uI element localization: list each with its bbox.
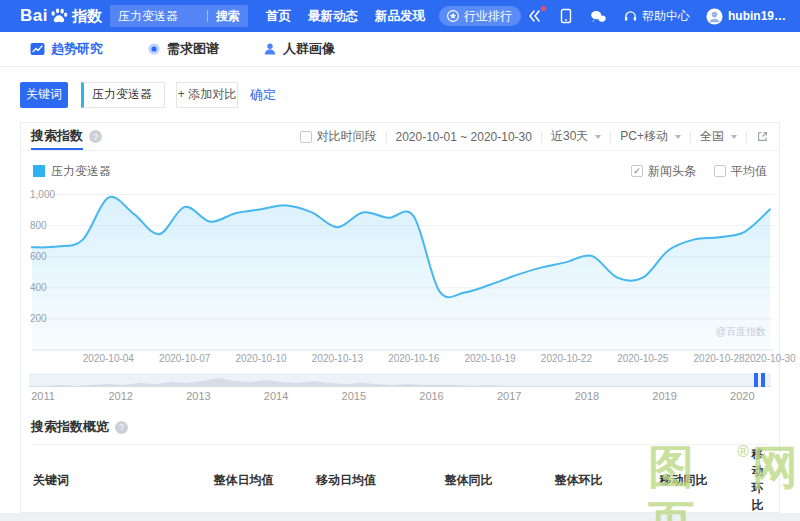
nav-item-discover[interactable]: 新品发现 — [375, 8, 425, 25]
search-index-panel: 搜索指数 ? 对比时间段 2020-10-01 ~ 2020-10-30 近30… — [20, 122, 780, 513]
year-label: 2012 — [108, 390, 132, 402]
baidu-index-logo[interactable]: Bai 指数 — [20, 6, 102, 26]
user-menu[interactable]: hubin19… — [706, 8, 786, 25]
year-label: 2011 — [31, 390, 55, 402]
period-select[interactable]: 近30天 — [551, 128, 601, 145]
baidu-index-watermark: @百度指数 — [716, 325, 766, 339]
radar-target-icon — [147, 42, 161, 56]
industry-ranking-button[interactable]: 行业排行 — [439, 6, 521, 26]
column-header: 整体日均值 — [196, 445, 291, 516]
tab-trend-research[interactable]: 趋势研究 — [30, 40, 103, 58]
handle-bar-right[interactable] — [761, 373, 765, 387]
svg-text:2020-10-25: 2020-10-25 — [617, 353, 669, 364]
header-search-box[interactable]: 压力变送器 搜索 — [110, 5, 248, 27]
svg-text:2020-10-28: 2020-10-28 — [694, 353, 746, 364]
add-compare-button[interactable]: + 添加对比 — [176, 82, 238, 108]
checkbox-icon[interactable] — [714, 165, 726, 177]
svg-text:2020-10-04: 2020-10-04 — [83, 353, 135, 364]
wechat-icon[interactable] — [589, 9, 607, 24]
overview-table: 关键词整体日均值移动日均值整体同比整体环比移动同比移动环比 压力变送器 714 … — [31, 444, 769, 521]
region-select[interactable]: 全国 — [700, 128, 737, 145]
nav-item-home[interactable]: 首页 — [266, 8, 291, 25]
logo-text-bai: Bai — [20, 6, 48, 26]
divider — [386, 131, 387, 143]
tab-label: 趋势研究 — [51, 40, 103, 58]
device-select[interactable]: PC+移动 — [620, 128, 681, 145]
compare-period-label: 对比时间段 — [317, 128, 377, 145]
column-header: 整体同比 — [401, 445, 536, 516]
svg-text:600: 600 — [30, 251, 47, 262]
trend-chart-svg[interactable]: 2004006008001,0002020-10-042020-10-07202… — [24, 187, 776, 365]
svg-text:400: 400 — [30, 282, 47, 293]
column-header: 关键词 — [31, 445, 196, 516]
index-overview-section: 搜索指数概览 ? 关键词整体日均值移动日均值整体同比整体环比移动同比移动环比 压… — [21, 406, 779, 521]
handle-bar-left[interactable] — [754, 373, 758, 387]
tab-label: 需求图谱 — [167, 40, 219, 58]
table-header-row: 关键词整体日均值移动日均值整体同比整体环比移动同比移动环比 — [31, 445, 769, 516]
checkbox-icon[interactable] — [300, 131, 312, 143]
divider — [690, 131, 691, 143]
keyword-bar: 关键词 压力变送器 + 添加对比 确定 — [0, 67, 800, 122]
slider-handle[interactable] — [754, 373, 765, 387]
tab-label: 人群画像 — [283, 40, 335, 58]
time-range-slider[interactable]: 2011201220132014201520162017201820192020 — [29, 373, 771, 406]
nav-item-news[interactable]: 最新动态 — [308, 8, 358, 25]
region-value: 全国 — [700, 128, 724, 145]
column-header: 整体环比 — [536, 445, 621, 516]
header-icons: 帮助中心 hubin19… — [527, 8, 786, 25]
tab-search-index[interactable]: 搜索指数 — [31, 123, 83, 150]
overview-title: 搜索指数概览 — [31, 418, 109, 436]
svg-text:200: 200 — [30, 313, 47, 324]
legend-swatch — [33, 165, 45, 177]
tab-crowd-portrait[interactable]: 人群画像 — [263, 40, 335, 58]
svg-text:2020-10-30: 2020-10-30 — [744, 353, 796, 364]
chevron-down-icon — [675, 135, 681, 139]
avatar — [706, 8, 723, 25]
average-value-toggle[interactable]: 平均值 — [714, 163, 767, 180]
year-label: 2016 — [419, 390, 443, 402]
announcement-icon[interactable] — [527, 8, 543, 24]
question-icon[interactable]: ? — [115, 421, 128, 434]
svg-text:2020-10-07: 2020-10-07 — [159, 353, 211, 364]
divider — [541, 131, 542, 143]
checkbox-icon[interactable] — [631, 165, 643, 177]
toggle-label: 平均值 — [731, 163, 767, 180]
svg-text:2020-10-22: 2020-10-22 — [541, 353, 593, 364]
svg-text:2020-10-19: 2020-10-19 — [464, 353, 516, 364]
date-range-picker[interactable]: 2020-10-01 ~ 2020-10-30 — [396, 130, 532, 144]
divider — [610, 131, 611, 143]
question-icon[interactable]: ? — [89, 130, 102, 143]
chart-controls: 对比时间段 2020-10-01 ~ 2020-10-30 近30天 PC+移动… — [300, 128, 770, 145]
device-value: PC+移动 — [620, 128, 668, 145]
svg-text:2020-10-16: 2020-10-16 — [388, 353, 440, 364]
legend-row: 压力变送器 新闻头条 平均值 — [21, 159, 779, 183]
column-header: 移动同比 — [621, 445, 746, 516]
ranking-badge-icon — [446, 9, 460, 23]
export-icon[interactable] — [756, 130, 769, 143]
headset-icon — [623, 9, 638, 24]
module-nav: 趋势研究 需求图谱 人群画像 — [0, 32, 800, 67]
svg-text:2020-10-13: 2020-10-13 — [312, 353, 364, 364]
news-headlines-toggle[interactable]: 新闻头条 — [631, 163, 696, 180]
column-header: 移动环比 — [746, 445, 769, 516]
trend-chart-icon — [30, 42, 45, 56]
trend-chart[interactable]: 2004006008001,0002020-10-042020-10-07202… — [24, 187, 776, 365]
year-label: 2015 — [342, 390, 366, 402]
slider-year-labels: 2011201220132014201520162017201820192020 — [37, 390, 763, 406]
mobile-app-icon[interactable] — [559, 8, 573, 24]
baidu-paw-icon — [49, 6, 69, 26]
slider-track[interactable] — [29, 373, 771, 387]
keyword-input[interactable]: 压力变送器 — [81, 82, 165, 108]
notification-dot — [541, 6, 546, 11]
tab-demand-graph[interactable]: 需求图谱 — [147, 40, 219, 58]
search-button[interactable]: 搜索 — [208, 8, 248, 25]
svg-text:800: 800 — [30, 220, 47, 231]
confirm-button[interactable]: 确定 — [250, 86, 276, 104]
year-label: 2018 — [575, 390, 599, 402]
help-center[interactable]: 帮助中心 — [623, 8, 690, 25]
year-label: 2019 — [652, 390, 676, 402]
svg-text:1,000: 1,000 — [30, 189, 55, 200]
header-search-input[interactable]: 压力变送器 — [110, 8, 207, 25]
keyword-button[interactable]: 关键词 — [20, 82, 68, 108]
compare-period-checkbox[interactable]: 对比时间段 — [300, 128, 377, 145]
